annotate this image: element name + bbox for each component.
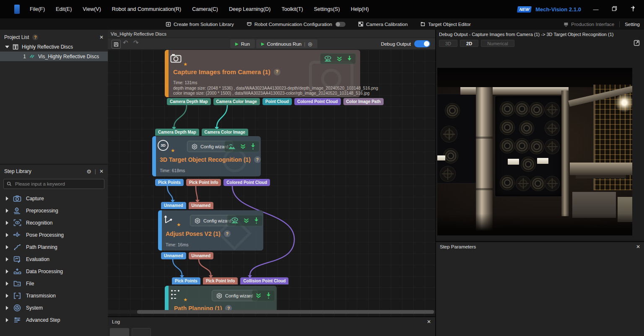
project-list-close-button[interactable]: ✕ bbox=[99, 34, 104, 40]
expand-caret-icon[interactable] bbox=[6, 269, 8, 274]
robot-communication-toggle[interactable] bbox=[335, 22, 345, 27]
step-parameters-close-button[interactable]: ✕ bbox=[636, 244, 640, 250]
menu-view[interactable]: View(V) bbox=[83, 6, 101, 12]
node-help-icon[interactable]: ? bbox=[274, 69, 280, 75]
production-interface-button[interactable]: Production Interface bbox=[564, 22, 614, 27]
visibility-icon[interactable] bbox=[324, 56, 332, 62]
node-3d-target-object-recognition[interactable]: 3D ★ Config wizard bbox=[152, 136, 261, 176]
download-arrow-icon[interactable] bbox=[266, 292, 271, 299]
category-advanced-step[interactable]: Advanced Step bbox=[0, 314, 108, 326]
step-search-box[interactable] bbox=[3, 179, 104, 189]
solution-tree-item[interactable]: Highly Reflective Discs bbox=[0, 42, 108, 52]
debug-output-toggle[interactable] bbox=[414, 40, 430, 47]
port-colored-point-cloud[interactable]: Colored Point Cloud bbox=[294, 98, 341, 105]
menu-help[interactable]: Help(H) bbox=[351, 6, 369, 12]
expand-caret-icon[interactable] bbox=[6, 209, 8, 213]
expand-caret-icon[interactable] bbox=[6, 318, 8, 322]
category-preprocessing[interactable]: Preprocessing bbox=[0, 204, 108, 217]
menu-toolkit[interactable]: Toolkit(T) bbox=[281, 6, 303, 12]
menu-robot-communication[interactable]: Robot and Communication(R) bbox=[112, 6, 181, 12]
config-wizard-button[interactable]: Config wizard bbox=[212, 290, 258, 301]
project-tree-item-selected[interactable]: 1 Vis_Highly Reflective Discs bbox=[0, 52, 108, 61]
run-button[interactable]: ▶ Run bbox=[230, 39, 255, 48]
expand-caret-icon[interactable] bbox=[6, 257, 8, 261]
restore-button[interactable] bbox=[610, 6, 618, 13]
log-filter-button[interactable] bbox=[110, 328, 129, 336]
port-camera-depth-map[interactable]: Camera Depth Map bbox=[167, 98, 211, 105]
port-pick-point-info-in[interactable]: Pick Point Info bbox=[203, 277, 238, 284]
log-filter-button[interactable] bbox=[132, 328, 151, 336]
tab-3d[interactable]: 3D bbox=[439, 40, 457, 47]
port-unnamed-in-1[interactable]: Unnamed bbox=[161, 202, 186, 209]
node-help-icon[interactable]: ? bbox=[254, 156, 261, 163]
canvas-hscrollbar[interactable] bbox=[137, 310, 434, 314]
port-pick-points[interactable]: Pick Points bbox=[155, 179, 184, 186]
expand-caret-icon[interactable] bbox=[6, 196, 8, 201]
port-pick-point-info[interactable]: Pick Point Info bbox=[186, 179, 221, 186]
setting-button[interactable]: Setting bbox=[625, 22, 640, 27]
node-adjust-poses-v2[interactable]: ★ Config wizard bbox=[158, 210, 263, 251]
category-data-processing[interactable]: Data Processing bbox=[0, 265, 108, 277]
expand-caret-icon[interactable] bbox=[6, 245, 8, 249]
collapse-caret-icon[interactable] bbox=[5, 46, 9, 48]
download-arrow-icon[interactable] bbox=[254, 217, 259, 224]
menu-edit[interactable]: Edit(E) bbox=[56, 6, 72, 12]
continuous-run-settings-icon[interactable]: ◎ bbox=[308, 41, 312, 47]
expand-caret-icon[interactable] bbox=[6, 282, 8, 286]
port-collision-point-cloud-in[interactable]: Collision Point Cloud bbox=[240, 277, 288, 284]
category-file[interactable]: File bbox=[0, 277, 108, 289]
open-in-window-button[interactable] bbox=[634, 40, 640, 48]
menu-settings[interactable]: Settings(S) bbox=[314, 6, 340, 12]
step-library-settings-icon[interactable]: ⚙ bbox=[86, 168, 91, 175]
port-point-cloud[interactable]: Point Cloud bbox=[262, 98, 292, 105]
landscape-icon[interactable] bbox=[228, 144, 236, 150]
download-arrow-icon[interactable] bbox=[347, 55, 352, 62]
expand-caret-icon[interactable] bbox=[6, 306, 8, 310]
step-search-input[interactable] bbox=[14, 181, 100, 187]
project-list-help-icon[interactable]: ? bbox=[32, 34, 38, 40]
port-camera-depth-map-in[interactable]: Camera Depth Map bbox=[155, 129, 199, 136]
minimize-button[interactable]: — bbox=[592, 6, 600, 13]
collapse-icon[interactable] bbox=[240, 143, 246, 150]
category-path-planning[interactable]: Path Planning bbox=[0, 241, 108, 253]
port-unnamed-out-2[interactable]: Unnamed bbox=[189, 252, 214, 259]
redo-button[interactable]: ↷ bbox=[133, 39, 139, 47]
continuous-run-button[interactable]: ▶ Continuous Run | ◎ bbox=[256, 39, 317, 48]
debug-2d-image[interactable] bbox=[437, 68, 632, 235]
robot-communication-configuration-button[interactable]: Robot Communication Configuration bbox=[247, 21, 345, 27]
collapse-icon[interactable] bbox=[243, 217, 249, 224]
collapse-icon[interactable] bbox=[336, 56, 343, 62]
expand-caret-icon[interactable] bbox=[6, 233, 8, 237]
category-system[interactable]: System bbox=[0, 302, 108, 314]
menu-camera[interactable]: Camera(C) bbox=[192, 6, 218, 12]
category-recognition[interactable]: Recognition bbox=[0, 217, 108, 229]
create-from-solution-library-button[interactable]: Create from Solution Library bbox=[166, 21, 234, 27]
port-pick-points-in[interactable]: Pick Points bbox=[172, 277, 200, 284]
node-path-planning[interactable]: ★ Config wizard bbox=[165, 286, 277, 313]
camera-calibration-button[interactable]: Camera Calibration bbox=[358, 21, 408, 27]
target-object-editor-button[interactable]: Target Object Editor bbox=[420, 21, 471, 27]
tab-2d[interactable]: 2D bbox=[460, 40, 478, 47]
port-camera-color-image[interactable]: Camera Color Image bbox=[213, 98, 260, 105]
category-capture[interactable]: Capture bbox=[0, 192, 108, 204]
save-button[interactable] bbox=[112, 40, 121, 49]
expand-caret-icon[interactable] bbox=[6, 221, 8, 225]
visibility-icon[interactable] bbox=[231, 217, 239, 224]
project-tab[interactable]: Vis_Highly Reflective Discs bbox=[108, 30, 435, 38]
category-pose-processing[interactable]: Pose Processing bbox=[0, 229, 108, 241]
port-unnamed-in-2[interactable]: Unnamed bbox=[189, 202, 214, 209]
category-evaluation[interactable]: Evaluation bbox=[0, 253, 108, 265]
port-camera-color-image-in[interactable]: Camera Color Image bbox=[202, 129, 248, 136]
node-canvas[interactable]: ★ bbox=[108, 50, 435, 316]
category-transmission[interactable]: Transmission bbox=[0, 289, 108, 302]
log-close-button[interactable]: ✕ bbox=[427, 319, 431, 325]
undo-button[interactable]: ↶ bbox=[123, 39, 128, 47]
port-colored-point-cloud-out[interactable]: Colored Point Cloud bbox=[223, 179, 270, 186]
node-capture-images[interactable]: ★ bbox=[165, 50, 360, 97]
step-library-close-button[interactable]: ✕ bbox=[99, 168, 104, 174]
expand-caret-icon[interactable] bbox=[6, 294, 8, 298]
tab-numerical[interactable]: Numerical bbox=[481, 40, 514, 47]
collapse-icon[interactable] bbox=[255, 292, 262, 299]
menu-file[interactable]: File(F) bbox=[30, 6, 45, 12]
pin-button[interactable] bbox=[629, 6, 636, 13]
